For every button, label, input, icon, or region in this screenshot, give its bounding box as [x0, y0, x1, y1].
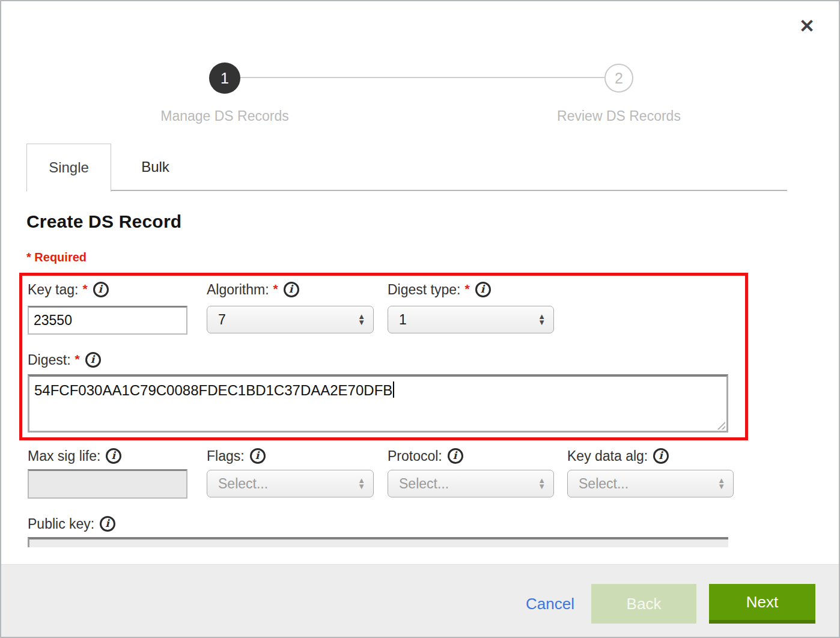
step-1-label: Manage DS Records — [129, 108, 321, 124]
key-data-alg-label-text: Key data alg: — [567, 448, 648, 464]
max-sig-life-label: Max sig life: — [28, 448, 121, 466]
step-1-circle: 1 — [209, 62, 240, 94]
algorithm-label-text: Algorithm: — [207, 282, 269, 297]
digest-label-text: Digest: — [28, 352, 71, 368]
required-asterisk: * — [464, 282, 469, 296]
algorithm-label: Algorithm:* — [207, 282, 299, 300]
close-icon[interactable]: ✕ — [799, 17, 815, 35]
text-cursor — [393, 381, 394, 398]
stepper-connector-line — [225, 77, 619, 78]
required-asterisk: * — [82, 282, 87, 296]
info-icon[interactable] — [93, 282, 109, 297]
flags-label: Flags: — [207, 448, 266, 466]
select-arrows-icon: ▲▼ — [358, 478, 365, 490]
protocol-label-text: Protocol: — [388, 448, 442, 464]
dialog-footer: Cancel Back Next — [1, 564, 839, 637]
next-button[interactable]: Next — [709, 584, 815, 624]
digest-label: Digest:* — [28, 352, 101, 370]
digest-type-selected-value: 1 — [388, 312, 538, 328]
key-data-alg-label: Key data alg: — [567, 448, 669, 466]
cancel-button[interactable]: Cancel — [526, 595, 574, 613]
info-icon[interactable] — [475, 282, 491, 297]
info-icon[interactable] — [250, 448, 266, 464]
select-arrows-icon: ▲▼ — [538, 478, 546, 490]
key-data-alg-selected-value: Select... — [568, 476, 717, 492]
digest-textarea[interactable]: 54FCF030AA1C79C0088FDEC1BD1C37DAA2E70DFB — [28, 374, 728, 433]
back-button[interactable]: Back — [591, 584, 696, 624]
create-ds-record-dialog: ✕ 1 2 Manage DS Records Review DS Record… — [0, 0, 840, 638]
step-2-label: Review DS Records — [523, 108, 715, 124]
protocol-label: Protocol: — [388, 448, 463, 466]
step-2-circle: 2 — [604, 64, 633, 93]
required-asterisk: * — [273, 282, 278, 296]
max-sig-life-input[interactable] — [28, 469, 187, 499]
info-icon[interactable] — [653, 448, 669, 464]
select-arrows-icon: ▲▼ — [358, 314, 365, 326]
tabs-underline — [26, 190, 787, 191]
flags-selected-value: Select... — [207, 476, 358, 492]
key-tag-label-text: Key tag: — [28, 282, 78, 297]
digest-type-select[interactable]: 1 ▲▼ — [388, 306, 554, 333]
digest-type-label: Digest type:* — [388, 282, 491, 300]
key-tag-label: Key tag:* — [28, 282, 109, 300]
resize-handle-icon[interactable] — [716, 420, 725, 430]
protocol-selected-value: Select... — [388, 476, 538, 492]
select-arrows-icon: ▲▼ — [717, 478, 725, 490]
public-key-textarea[interactable] — [28, 537, 728, 547]
required-asterisk: * — [75, 352, 80, 366]
tab-single[interactable]: Single — [26, 144, 111, 192]
public-key-label-text: Public key: — [28, 516, 94, 532]
required-note: * Required — [26, 251, 87, 264]
info-icon[interactable] — [106, 448, 121, 464]
flags-label-text: Flags: — [207, 448, 245, 464]
page-title: Create DS Record — [26, 211, 181, 232]
info-icon[interactable] — [284, 282, 299, 297]
key-data-alg-select[interactable]: Select... ▲▼ — [567, 470, 734, 497]
key-tag-input[interactable] — [28, 306, 187, 335]
digest-value: 54FCF030AA1C79C0088FDEC1BD1C37DAA2E70DFB — [34, 382, 392, 398]
public-key-label: Public key: — [28, 516, 115, 534]
digest-type-label-text: Digest type: — [388, 282, 460, 297]
algorithm-selected-value: 7 — [207, 312, 358, 328]
info-icon[interactable] — [448, 448, 463, 464]
select-arrows-icon: ▲▼ — [538, 314, 546, 326]
max-sig-life-label-text: Max sig life: — [28, 448, 100, 464]
algorithm-select[interactable]: 7 ▲▼ — [207, 306, 374, 333]
flags-select[interactable]: Select... ▲▼ — [207, 470, 374, 497]
info-icon[interactable] — [100, 516, 115, 532]
tab-bulk[interactable]: Bulk — [112, 144, 199, 189]
info-icon[interactable] — [85, 352, 101, 368]
protocol-select[interactable]: Select... ▲▼ — [388, 470, 554, 497]
